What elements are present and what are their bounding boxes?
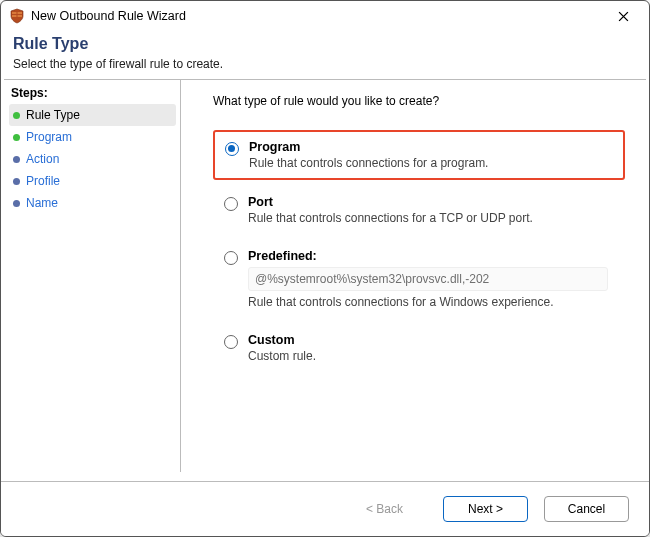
radio-port[interactable] — [224, 197, 238, 211]
option-desc: Custom rule. — [248, 349, 614, 363]
option-port[interactable]: Port Rule that controls connections for … — [213, 186, 625, 234]
step-label: Program — [26, 130, 172, 144]
radio-predefined[interactable] — [224, 251, 238, 265]
step-bullet-icon — [13, 156, 20, 163]
option-body: Program Rule that controls connections f… — [249, 140, 613, 170]
option-title: Predefined: — [248, 249, 614, 263]
page-title: Rule Type — [13, 35, 637, 53]
option-program[interactable]: Program Rule that controls connections f… — [213, 130, 625, 180]
step-profile[interactable]: Profile — [9, 170, 176, 192]
option-title: Program — [249, 140, 613, 154]
option-body: Custom Custom rule. — [248, 333, 614, 363]
option-predefined[interactable]: Predefined: @%systemroot%\system32\provs… — [213, 240, 625, 318]
option-desc: Rule that controls connections for a Win… — [248, 295, 614, 309]
svg-rect-0 — [12, 12, 17, 14]
steps-heading: Steps: — [9, 86, 176, 100]
step-bullet-icon — [13, 200, 20, 207]
svg-rect-2 — [12, 15, 17, 17]
wizard-window: New Outbound Rule Wizard Rule Type Selec… — [0, 0, 650, 537]
step-label: Profile — [26, 174, 172, 188]
step-action[interactable]: Action — [9, 148, 176, 170]
svg-rect-1 — [18, 12, 23, 14]
next-button[interactable]: Next > — [443, 496, 528, 522]
option-title: Custom — [248, 333, 614, 347]
option-desc: Rule that controls connections for a TCP… — [248, 211, 614, 225]
close-icon — [618, 11, 629, 22]
step-bullet-icon — [13, 112, 20, 119]
rule-type-panel: What type of rule would you like to crea… — [181, 80, 649, 472]
step-label: Name — [26, 196, 172, 210]
page-subtitle: Select the type of firewall rule to crea… — [13, 57, 637, 71]
cancel-button[interactable]: Cancel — [544, 496, 629, 522]
titlebar: New Outbound Rule Wizard — [1, 1, 649, 31]
step-program[interactable]: Program — [9, 126, 176, 148]
option-desc: Rule that controls connections for a pro… — [249, 156, 613, 170]
back-button: < Back — [342, 496, 427, 522]
step-rule-type[interactable]: Rule Type — [9, 104, 176, 126]
radio-custom[interactable] — [224, 335, 238, 349]
step-name[interactable]: Name — [9, 192, 176, 214]
radio-program[interactable] — [225, 142, 239, 156]
step-bullet-icon — [13, 178, 20, 185]
wizard-footer: < Back Next > Cancel — [1, 481, 649, 536]
wizard-header: Rule Type Select the type of firewall ru… — [1, 31, 649, 79]
option-custom[interactable]: Custom Custom rule. — [213, 324, 625, 372]
step-bullet-icon — [13, 134, 20, 141]
close-button[interactable] — [605, 2, 641, 30]
firewall-icon — [9, 8, 25, 24]
svg-rect-3 — [18, 15, 23, 17]
wizard-body: Steps: Rule Type Program Action Profile … — [1, 80, 649, 472]
option-body: Predefined: @%systemroot%\system32\provs… — [248, 249, 614, 309]
option-body: Port Rule that controls connections for … — [248, 195, 614, 225]
question-text: What type of rule would you like to crea… — [213, 94, 625, 108]
steps-sidebar: Steps: Rule Type Program Action Profile … — [1, 80, 181, 472]
predefined-dropdown[interactable]: @%systemroot%\system32\provsvc.dll,-202 — [248, 267, 608, 291]
window-title: New Outbound Rule Wizard — [31, 9, 605, 23]
step-label: Rule Type — [26, 108, 172, 122]
step-label: Action — [26, 152, 172, 166]
option-title: Port — [248, 195, 614, 209]
